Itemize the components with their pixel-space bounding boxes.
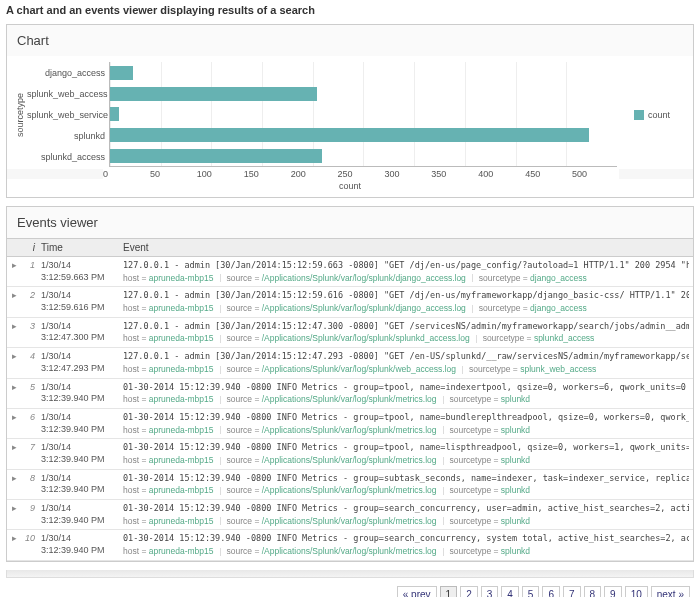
- meta-source[interactable]: /Applications/Splunk/var/log/splunk/splu…: [262, 333, 470, 343]
- pager-next[interactable]: next »: [651, 586, 690, 597]
- chart-bar[interactable]: [110, 107, 119, 121]
- meta-source[interactable]: /Applications/Splunk/var/log/splunk/metr…: [262, 546, 437, 556]
- meta-source[interactable]: /Applications/Splunk/var/log/splunk/metr…: [262, 516, 437, 526]
- meta-sourcetype[interactable]: splunk_web_access: [520, 364, 596, 374]
- meta-host[interactable]: apruneda-mbp15: [149, 364, 214, 374]
- meta-source[interactable]: /Applications/Splunk/var/log/splunk/metr…: [262, 425, 437, 435]
- x-tick-label: 50: [150, 169, 197, 179]
- meta-host[interactable]: apruneda-mbp15: [149, 425, 214, 435]
- pager-page[interactable]: 1: [440, 586, 458, 597]
- expand-toggle-icon[interactable]: ▸: [7, 318, 21, 347]
- header-time[interactable]: Time: [37, 239, 119, 256]
- chart-bar[interactable]: [110, 66, 133, 80]
- table-row: ▸21/30/143:12:59.616 PM127.0.0.1 - admin…: [7, 287, 693, 317]
- pager-page[interactable]: 6: [542, 586, 560, 597]
- meta-source[interactable]: /Applications/Splunk/var/log/splunk/metr…: [262, 394, 437, 404]
- expand-toggle-icon[interactable]: ▸: [7, 257, 21, 286]
- x-tick-label: 400: [478, 169, 525, 179]
- row-time: 1/30/143:12:39.940 PM: [37, 500, 119, 529]
- pager-page[interactable]: 3: [481, 586, 499, 597]
- meta-sourcetype[interactable]: splunkd: [501, 425, 530, 435]
- expand-toggle-icon[interactable]: ▸: [7, 439, 21, 468]
- x-tick-label: 250: [338, 169, 385, 179]
- x-tick-label: 150: [244, 169, 291, 179]
- meta-source[interactable]: /Applications/Splunk/var/log/splunk/web_…: [262, 364, 456, 374]
- events-body: ▸11/30/143:12:59.663 PM127.0.0.1 - admin…: [7, 257, 693, 561]
- meta-host[interactable]: apruneda-mbp15: [149, 546, 214, 556]
- header-event[interactable]: Event: [119, 239, 693, 256]
- pager-page[interactable]: 7: [563, 586, 581, 597]
- chart-bar[interactable]: [110, 87, 317, 101]
- row-index: 3: [21, 318, 37, 347]
- event-raw: 01-30-2014 15:12:39.940 -0800 INFO Metri…: [123, 382, 689, 393]
- pager-page[interactable]: 9: [604, 586, 622, 597]
- event-meta: host = apruneda-mbp15source = /Applicati…: [123, 546, 689, 556]
- meta-sourcetype[interactable]: django_access: [530, 273, 587, 283]
- x-tick-label: 500: [572, 169, 619, 179]
- pager-page[interactable]: 10: [625, 586, 648, 597]
- table-row: ▸71/30/143:12:39.940 PM01-30-2014 15:12:…: [7, 439, 693, 469]
- row-event: 127.0.0.1 - admin [30/Jan/2014:15:12:59.…: [119, 287, 693, 316]
- meta-sourcetype[interactable]: django_access: [530, 303, 587, 313]
- meta-source[interactable]: /Applications/Splunk/var/log/splunk/djan…: [262, 303, 466, 313]
- meta-host[interactable]: apruneda-mbp15: [149, 516, 214, 526]
- row-event: 01-30-2014 15:12:39.940 -0800 INFO Metri…: [119, 439, 693, 468]
- y-axis-label: sourcetype: [13, 62, 27, 167]
- meta-host[interactable]: apruneda-mbp15: [149, 485, 214, 495]
- y-tick-label: django_access: [27, 68, 105, 78]
- meta-sourcetype[interactable]: splunkd: [501, 485, 530, 495]
- pager-page[interactable]: 5: [522, 586, 540, 597]
- meta-host[interactable]: apruneda-mbp15: [149, 394, 214, 404]
- table-row: ▸81/30/143:12:39.940 PM01-30-2014 15:12:…: [7, 470, 693, 500]
- pager-page[interactable]: 2: [460, 586, 478, 597]
- event-raw: 01-30-2014 15:12:39.940 -0800 INFO Metri…: [123, 412, 689, 423]
- meta-host[interactable]: apruneda-mbp15: [149, 455, 214, 465]
- table-row: ▸41/30/143:12:47.293 PM127.0.0.1 - admin…: [7, 348, 693, 378]
- meta-host[interactable]: apruneda-mbp15: [149, 303, 214, 313]
- chart-bar[interactable]: [110, 128, 589, 142]
- meta-source[interactable]: /Applications/Splunk/var/log/splunk/djan…: [262, 273, 466, 283]
- row-time: 1/30/143:12:39.940 PM: [37, 409, 119, 438]
- row-index: 9: [21, 500, 37, 529]
- chart-bar[interactable]: [110, 149, 322, 163]
- row-event: 01-30-2014 15:12:39.940 -0800 INFO Metri…: [119, 379, 693, 408]
- meta-sourcetype[interactable]: splunkd: [501, 516, 530, 526]
- event-raw: 127.0.0.1 - admin [30/Jan/2014:15:12:59.…: [123, 290, 689, 301]
- pager-page[interactable]: 8: [584, 586, 602, 597]
- header-index[interactable]: i: [21, 239, 37, 256]
- expand-toggle-icon[interactable]: ▸: [7, 500, 21, 529]
- table-row: ▸51/30/143:12:39.940 PM01-30-2014 15:12:…: [7, 379, 693, 409]
- meta-source[interactable]: /Applications/Splunk/var/log/splunk/metr…: [262, 485, 437, 495]
- pager-prev[interactable]: « prev: [397, 586, 437, 597]
- event-meta: host = apruneda-mbp15source = /Applicati…: [123, 455, 689, 465]
- event-raw: 01-30-2014 15:12:39.940 -0800 INFO Metri…: [123, 533, 689, 544]
- meta-host[interactable]: apruneda-mbp15: [149, 273, 214, 283]
- expand-toggle-icon[interactable]: ▸: [7, 530, 21, 559]
- meta-source[interactable]: /Applications/Splunk/var/log/splunk/metr…: [262, 455, 437, 465]
- meta-host[interactable]: apruneda-mbp15: [149, 333, 214, 343]
- row-time: 1/30/143:12:39.940 PM: [37, 439, 119, 468]
- table-row: ▸101/30/143:12:39.940 PM01-30-2014 15:12…: [7, 530, 693, 560]
- x-axis-label: count: [7, 179, 693, 197]
- row-event: 01-30-2014 15:12:39.940 -0800 INFO Metri…: [119, 409, 693, 438]
- meta-sourcetype[interactable]: splunkd_access: [534, 333, 594, 343]
- expand-toggle-icon[interactable]: ▸: [7, 348, 21, 377]
- row-time: 1/30/143:12:59.616 PM: [37, 287, 119, 316]
- x-tick-label: 450: [525, 169, 572, 179]
- expand-toggle-icon[interactable]: ▸: [7, 287, 21, 316]
- y-tick-label: splunkd: [27, 131, 105, 141]
- x-tick-label: 0: [103, 169, 150, 179]
- meta-sourcetype[interactable]: splunkd: [501, 394, 530, 404]
- horizontal-scrollbar[interactable]: [6, 570, 694, 578]
- y-axis-ticks: django_accesssplunk_web_accesssplunk_web…: [27, 62, 109, 167]
- meta-sourcetype[interactable]: splunkd: [501, 546, 530, 556]
- meta-sourcetype[interactable]: splunkd: [501, 455, 530, 465]
- pager-page[interactable]: 4: [501, 586, 519, 597]
- chart-legend: count: [617, 62, 687, 167]
- expand-toggle-icon[interactable]: ▸: [7, 379, 21, 408]
- table-row: ▸31/30/143:12:47.300 PM127.0.0.1 - admin…: [7, 318, 693, 348]
- expand-toggle-icon[interactable]: ▸: [7, 470, 21, 499]
- event-meta: host = apruneda-mbp15source = /Applicati…: [123, 333, 689, 343]
- row-index: 8: [21, 470, 37, 499]
- expand-toggle-icon[interactable]: ▸: [7, 409, 21, 438]
